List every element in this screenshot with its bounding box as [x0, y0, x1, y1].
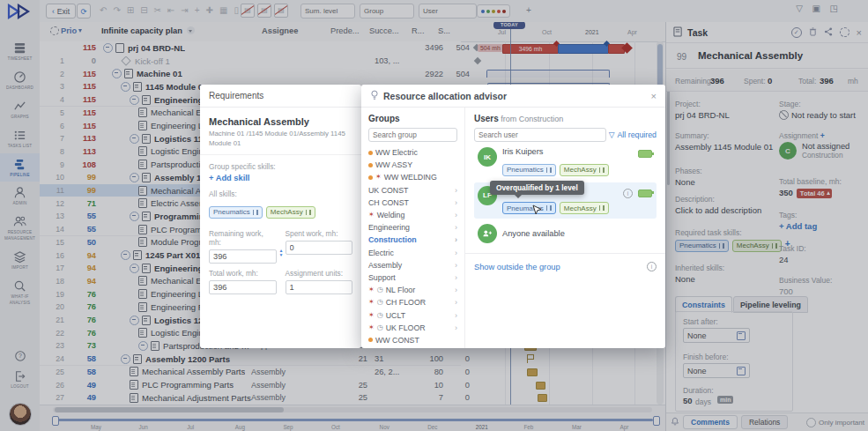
settings-gear-icon[interactable]	[840, 27, 849, 37]
add-assignment-icon[interactable]: +	[820, 131, 825, 140]
skill-chip-pneumatics[interactable]: Pneumatics	[209, 206, 263, 219]
sidebar-item-resource-management[interactable]: RESOURCE MANAGEMENT	[0, 211, 40, 246]
open-new-window-icon[interactable]: ◳	[830, 4, 838, 13]
group-item-nl-floor[interactable]: ✶◷NL Floor›	[368, 284, 457, 296]
collapse-toggle-icon[interactable]	[121, 250, 130, 260]
only-important-toggle[interactable]: Only important	[806, 418, 864, 427]
add-user-icon[interactable]: ✚	[206, 4, 213, 17]
project-value[interactable]: prj 04 BRD-NL	[675, 110, 730, 120]
group-item-engineering[interactable]: Engineering›	[368, 221, 457, 234]
add-icon[interactable]: +	[195, 4, 200, 17]
delete-icon[interactable]: ▯	[234, 4, 239, 17]
add-tag-link[interactable]: + Add tag	[779, 221, 817, 231]
group-item-ww-electric[interactable]: WW Electric	[368, 146, 457, 159]
column-header-remaining[interactable]: R...	[412, 26, 424, 35]
horizontal-scrollbar[interactable]	[53, 407, 652, 412]
sidebar-item-timesheet[interactable]: TIMESHEET	[0, 37, 40, 66]
sidebar-item-what-if-analysis[interactable]: WHAT-IF ANALYSIS	[0, 275, 40, 310]
exit-button[interactable]: ‹ Exit	[46, 4, 76, 19]
group-item-welding[interactable]: ✶Welding›	[368, 209, 457, 221]
user-avatar[interactable]	[9, 403, 32, 426]
collapse-toggle-icon[interactable]	[130, 212, 139, 221]
collapse-toggle-icon[interactable]	[138, 341, 148, 351]
search-group-input[interactable]	[368, 128, 457, 142]
skill-chip-mechassy[interactable]: MechAssy	[560, 164, 609, 176]
column-header-prio[interactable]: Prio	[61, 26, 82, 35]
group-item-construction[interactable]: Construction›	[368, 234, 457, 246]
table-row[interactable]: 10Kick-off 1103, ...	[40, 55, 461, 69]
collapse-toggle-icon[interactable]	[112, 69, 122, 78]
show-outside-link[interactable]: Show outside the group	[474, 263, 560, 271]
refresh-button[interactable]: ⟳	[77, 4, 91, 19]
group-item-ch-const[interactable]: CH CONST›	[368, 197, 457, 209]
user-item[interactable]: LFPneumaticsMechAssyiOverqualified by 1 …	[474, 182, 657, 219]
user-item[interactable]: IKIris KuipersPneumaticsMechAssy	[474, 144, 657, 181]
gear-icon[interactable]	[50, 26, 59, 35]
finish-before-select[interactable]: None	[683, 363, 750, 378]
sidebar-item-pipeline[interactable]: PIPELINE	[0, 153, 40, 182]
bell-icon[interactable]	[671, 417, 679, 427]
chevron-down-icon[interactable]	[187, 26, 195, 34]
sidebar-item-tasks-list[interactable]: TASKS LIST	[0, 124, 40, 153]
snapshot-icon[interactable]: ▣	[812, 4, 820, 13]
close-panel-icon[interactable]: ×	[857, 27, 862, 38]
sidebar-item-help[interactable]: ?	[0, 346, 40, 366]
copy-icon[interactable]: ⊟	[140, 4, 147, 17]
collapse-toggle-icon[interactable]	[130, 95, 139, 105]
sidebar-item-logout[interactable]: LOGOUT	[0, 366, 40, 394]
redo-icon[interactable]: ↷	[113, 4, 120, 17]
sidebar-item-admin[interactable]: ADMIN	[0, 182, 40, 211]
group-item-electric[interactable]: Electric›	[368, 247, 457, 259]
timeline-range-slider[interactable]	[52, 416, 660, 424]
group-item-ww-const[interactable]: WW CONST	[368, 334, 457, 346]
collapse-toggle-icon[interactable]	[130, 316, 139, 325]
group-item-uk-floor[interactable]: ✶◷UK FLOOR›	[368, 322, 457, 334]
add-filter-button[interactable]: +	[526, 4, 531, 17]
collapse-toggle-icon[interactable]	[121, 82, 130, 92]
column-header-successor[interactable]: Succe...	[369, 26, 399, 35]
outdent-icon[interactable]: ⇤	[167, 4, 174, 17]
group-item-assembly[interactable]: Assembly›	[368, 259, 457, 271]
group-item-ww-welding[interactable]: ✶WW WELDING	[368, 171, 457, 183]
table-row[interactable]: 2458Assembly 1200 Parts21311000	[40, 353, 461, 367]
share-icon[interactable]	[824, 27, 833, 38]
column-header-assignee[interactable]: Assignee	[262, 26, 298, 35]
tab-relations[interactable]: Relations	[741, 415, 788, 429]
remaining-work-input[interactable]	[209, 249, 277, 264]
close-dialog-icon[interactable]: ×	[651, 91, 657, 101]
start-after-select[interactable]: None	[683, 328, 750, 343]
table-row[interactable]: 2649PLC Programming PartsAssembly25100	[40, 378, 461, 392]
timeline-range-track[interactable]	[56, 419, 653, 421]
complete-task-icon[interactable]: ✓	[791, 27, 802, 38]
skill-chip-pneumatics[interactable]: Pneumatics	[502, 164, 556, 176]
skill-chip-mechassy[interactable]: MechAssy	[560, 202, 609, 214]
skill-chip-mechassy[interactable]: MechAssy	[732, 240, 782, 252]
group-item-ch-floor[interactable]: ✶◷CH FLOOR›	[368, 296, 457, 308]
cut-icon[interactable]: ✂	[154, 4, 161, 17]
table-row[interactable]: 115prj 04 BRD-NL3496504	[40, 41, 461, 56]
collapse-toggle-icon[interactable]	[130, 173, 139, 182]
anyone-available-item[interactable]: Anyone available	[474, 220, 657, 248]
sidebar-item-import[interactable]: IMPORT	[0, 246, 40, 275]
priority-colors-selector[interactable]	[477, 4, 510, 18]
collapse-toggle-icon[interactable]	[103, 43, 113, 53]
group-item-uclt[interactable]: ✶◷UCLT›	[368, 308, 457, 321]
delete-task-icon[interactable]	[809, 27, 817, 38]
skill-chip-pneumatics[interactable]: Pneumatics	[675, 240, 729, 252]
info-icon[interactable]: i	[623, 189, 633, 198]
assignment-units-input[interactable]	[286, 280, 353, 294]
undo-icon[interactable]: ↶	[100, 4, 107, 17]
sum-level-select[interactable]	[300, 4, 355, 19]
assignment-value[interactable]: C Not assigned Construction	[779, 142, 849, 160]
collapse-toggle-icon[interactable]	[121, 354, 130, 364]
summary-value[interactable]: Assembly 1145 Module 01	[675, 142, 773, 152]
table-row[interactable]: 2115Machine 012922504	[40, 67, 461, 81]
crossed-chart-1-toggle-icon[interactable]: ▤	[241, 4, 255, 18]
table-row[interactable]: 2558Mechanical Assembly PartsAssembly26,…	[40, 366, 461, 380]
group-item-uk-const[interactable]: UK CONST›	[368, 184, 457, 197]
total-work-input[interactable]	[209, 280, 277, 294]
description-value[interactable]: Click to add description	[675, 205, 761, 215]
user-select[interactable]	[419, 4, 477, 19]
collapse-toggle-icon[interactable]	[130, 264, 139, 273]
group-item-ww-assy[interactable]: WW ASSY	[368, 159, 457, 171]
